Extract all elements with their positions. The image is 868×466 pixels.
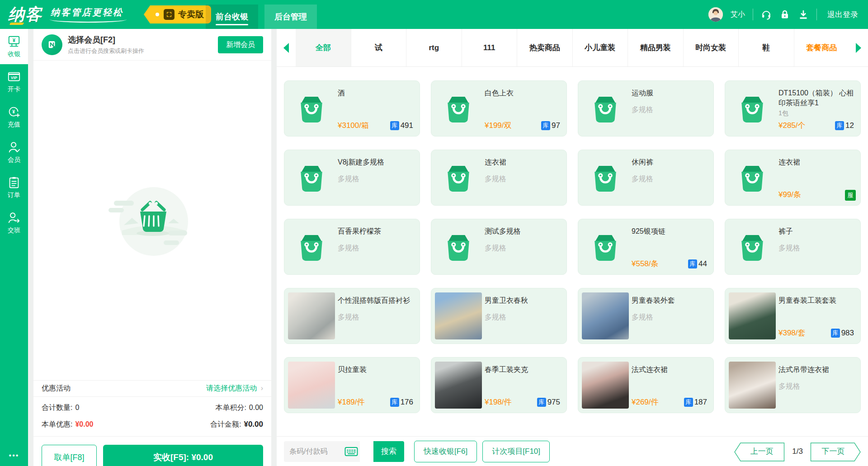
product-spec: 多规格	[632, 174, 707, 184]
product-price: ¥285/个	[778, 120, 806, 131]
category-tab-试[interactable]: 试	[351, 29, 406, 66]
tab-back-management[interactable]: 后台管理	[264, 5, 317, 29]
stock-value: 187	[694, 398, 707, 407]
stock-value: 176	[401, 398, 413, 407]
product-card[interactable]: 酒 ¥3100/箱 库 491	[284, 80, 420, 137]
category-tab-rtg[interactable]: rtg	[406, 29, 462, 66]
member-select-header[interactable]: 选择会员[F2] 点击进行会员搜索或刷卡操作 新增会员	[33, 29, 271, 61]
category-tab-111[interactable]: 111	[462, 29, 517, 66]
category-scroll-right-icon[interactable]	[849, 29, 868, 66]
customer-service-icon[interactable]	[761, 9, 772, 20]
clothing-tag-badge: 服	[845, 190, 856, 201]
recharge-icon: 充值	[8, 121, 20, 129]
product-card[interactable]: 法式吊带连衣裙 多规格	[725, 357, 861, 413]
product-name: DT15100（箱装） 心相印茶语丝享1	[778, 88, 854, 108]
search-button[interactable]: 搜索	[373, 441, 404, 462]
svg-text:¥: ¥	[12, 109, 15, 114]
product-name: 运动服	[632, 88, 707, 98]
lock-icon[interactable]	[779, 9, 790, 20]
category-tab-全部[interactable]: 全部	[296, 29, 351, 66]
product-card[interactable]: V8j新建多规格 多规格	[284, 150, 420, 206]
category-tab-时尚女装[interactable]: 时尚女装	[683, 29, 739, 66]
shopping-bag-icon	[288, 85, 335, 132]
product-card[interactable]: 白色上衣 ¥199/双 库 97	[431, 80, 567, 137]
category-tab-热卖商品[interactable]: 热卖商品	[517, 29, 572, 66]
sidebar-item-订单[interactable]: 订单	[0, 170, 28, 205]
product-card[interactable]: 法式连衣裙 ¥269/件 库 187	[578, 357, 714, 413]
barcode-search: 搜索	[284, 441, 404, 462]
product-price: ¥189/件	[338, 397, 365, 407]
product-card[interactable]: 百香果柠檬茶 多规格	[284, 219, 420, 275]
chevron-right-icon: ›	[261, 384, 263, 392]
prev-page-button[interactable]: 上一页	[734, 442, 785, 461]
category-tab-鞋[interactable]: 鞋	[738, 29, 794, 66]
product-card[interactable]: 男童春装外套 多规格	[578, 288, 714, 344]
product-spec: 多规格	[338, 174, 413, 184]
sidebar-item-收银[interactable]: ¥收银	[0, 29, 28, 64]
divider	[816, 9, 817, 20]
product-card[interactable]: 休闲裤 多规格	[578, 150, 714, 206]
hold-order-button[interactable]: 取单[F8]	[42, 445, 97, 466]
product-name: 休闲裤	[632, 157, 707, 167]
order-discount: 本单优惠:¥0.00	[42, 420, 94, 429]
stock-value: 975	[547, 398, 560, 407]
category-tab-套餐商品[interactable]: 套餐商品	[794, 29, 849, 66]
member-select-text: 选择会员[F2] 点击进行会员搜索或刷卡操作	[68, 34, 144, 55]
download-icon[interactable]	[798, 9, 809, 20]
product-name: 酒	[338, 88, 413, 98]
product-card[interactable]: 925银项链 ¥558/条 库 44	[578, 219, 714, 275]
product-card[interactable]: 贝拉童装 ¥189/件 库 176	[284, 357, 420, 413]
svg-text:VIP: VIP	[11, 75, 17, 80]
keyboard-icon[interactable]	[344, 446, 358, 457]
product-card[interactable]: 连衣裙 多规格	[431, 150, 567, 206]
sidebar-item-充值[interactable]: ¥充值	[0, 99, 28, 135]
sidebar-item-交班[interactable]: 交班	[0, 205, 28, 240]
product-card[interactable]: 春季工装夹克 ¥198/件 库 975	[431, 357, 567, 413]
divider	[753, 9, 753, 20]
user-name[interactable]: 艾小	[731, 10, 745, 19]
bottom-bar: 搜索 快速收银[F6] 计次项目[F10] 上一页 1/3 下一页	[277, 436, 868, 466]
product-name: 连衣裙	[485, 157, 560, 167]
logout-button[interactable]: 退出登录	[827, 9, 858, 20]
tab-front-cashier[interactable]: 前台收银	[206, 5, 258, 29]
sidebar-more-button[interactable]: •••	[0, 452, 28, 460]
product-card[interactable]: 测试多规格 多规格	[431, 219, 567, 275]
product-stock: 库 983	[831, 329, 854, 338]
product-card[interactable]: 男童卫衣春秋 多规格	[431, 288, 567, 344]
category-tab-小儿童装[interactable]: 小儿童装	[572, 29, 628, 66]
member-select-title: 选择会员[F2]	[68, 34, 144, 45]
count-item-button[interactable]: 计次项目[F10]	[482, 441, 550, 462]
product-card[interactable]: 男童春装工装套装 ¥398/套 库 983	[725, 288, 861, 344]
svg-text:¥: ¥	[13, 38, 16, 43]
product-name: 个性混搭韩版百搭衬衫	[338, 296, 413, 306]
category-scroll-left-icon[interactable]	[277, 29, 296, 66]
product-name: 法式吊带连衣裙	[778, 365, 854, 375]
shopping-bag-icon	[582, 85, 629, 132]
charge-button[interactable]: 实收[F5]: ¥0.00	[103, 445, 263, 466]
next-page-button[interactable]: 下一页	[810, 442, 861, 461]
product-photo	[582, 292, 629, 339]
product-card[interactable]: 连衣裙 ¥99/条 服	[725, 150, 861, 206]
topbar-right: 艾小 退出登录	[708, 0, 858, 29]
orders-icon: 订单	[8, 191, 20, 199]
tab-label: 后台管理	[274, 11, 307, 22]
sidebar-item-会员[interactable]: 会员	[0, 135, 28, 170]
add-member-button[interactable]: 新增会员	[218, 36, 263, 53]
select-promo-link[interactable]: 请选择优惠活动 ›	[206, 384, 263, 393]
stock-value: 97	[552, 121, 560, 130]
vip-card-icon: 开卡	[8, 85, 20, 94]
stock-badge: 库	[835, 121, 844, 130]
category-tab-精品男装[interactable]: 精品男装	[627, 29, 683, 66]
sidebar-item-开卡[interactable]: VIP开卡	[0, 64, 28, 99]
user-avatar[interactable]	[708, 7, 723, 22]
app-slogan: 纳客管店更轻松	[51, 6, 123, 19]
product-card[interactable]: 个性混搭韩版百搭衬衫 多规格	[284, 288, 420, 344]
product-spec: 多规格	[338, 313, 413, 322]
product-card[interactable]: 运动服 多规格	[578, 80, 714, 137]
quick-cashier-button[interactable]: 快速收银[F6]	[414, 441, 477, 462]
product-name: 925银项链	[632, 226, 707, 236]
shopping-bag-icon	[729, 154, 776, 202]
product-card[interactable]: DT15100（箱装） 心相印茶语丝享1 1包 ¥285/个 库 12	[725, 80, 861, 137]
stock-value: 983	[841, 329, 854, 338]
product-card[interactable]: 裤子 多规格	[725, 219, 861, 275]
